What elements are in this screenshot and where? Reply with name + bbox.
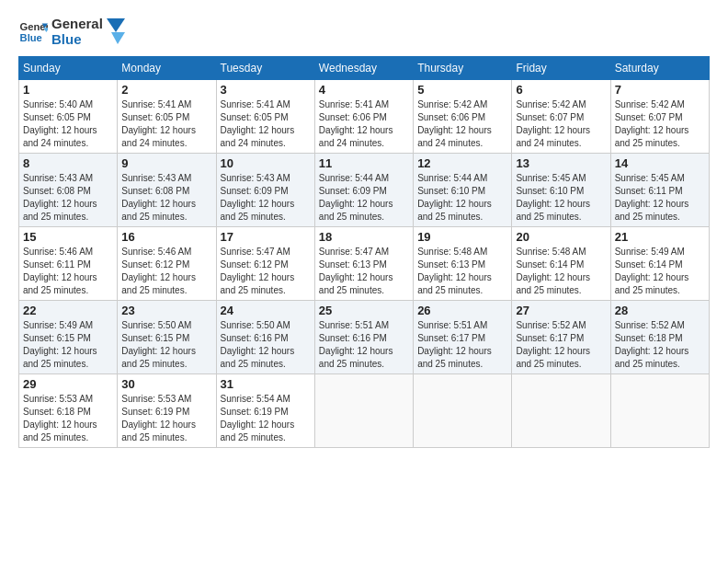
calendar-cell: 12 Sunrise: 5:44 AM Sunset: 6:10 PM Dayl…: [414, 154, 512, 227]
calendar-cell: 6 Sunrise: 5:42 AM Sunset: 6:07 PM Dayli…: [512, 80, 610, 154]
sunset-label: Sunset: 6:14 PM: [516, 259, 584, 270]
day-number: 16: [121, 230, 211, 244]
sunrise-label: Sunrise: 5:52 AM: [516, 320, 586, 330]
logo-blue: Blue: [51, 32, 103, 48]
daylight-label: Daylight: 12 hours and 25 minutes.: [221, 199, 295, 222]
day-info: Sunrise: 5:42 AM Sunset: 6:07 PM Dayligh…: [615, 98, 705, 150]
day-number: 26: [417, 304, 507, 317]
day-info: Sunrise: 5:46 AM Sunset: 6:11 PM Dayligh…: [23, 246, 113, 297]
sunrise-label: Sunrise: 5:42 AM: [615, 99, 685, 109]
sunset-label: Sunset: 6:17 PM: [516, 333, 584, 343]
calendar-cell: [610, 374, 709, 448]
calendar-cell: 24 Sunrise: 5:50 AM Sunset: 6:16 PM Dayl…: [216, 301, 314, 374]
sunset-label: Sunset: 6:09 PM: [319, 186, 387, 196]
calendar-cell: 21 Sunrise: 5:49 AM Sunset: 6:14 PM Dayl…: [610, 227, 709, 301]
calendar-cell: 9 Sunrise: 5:43 AM Sunset: 6:08 PM Dayli…: [118, 154, 216, 227]
sunset-label: Sunset: 6:15 PM: [121, 333, 189, 343]
col-saturday: Saturday: [610, 57, 709, 80]
sunrise-label: Sunrise: 5:54 AM: [221, 394, 290, 404]
sunrise-label: Sunrise: 5:53 AM: [121, 394, 191, 404]
sunset-label: Sunset: 6:14 PM: [615, 259, 683, 270]
calendar-cell: 31 Sunrise: 5:54 AM Sunset: 6:19 PM Dayl…: [216, 374, 314, 448]
day-info: Sunrise: 5:48 AM Sunset: 6:14 PM Dayligh…: [516, 246, 606, 297]
daylight-label: Daylight: 12 hours and 25 minutes.: [121, 419, 196, 442]
daylight-label: Daylight: 12 hours and 24 minutes.: [221, 125, 295, 148]
daylight-label: Daylight: 12 hours and 25 minutes.: [615, 199, 689, 222]
sunset-label: Sunset: 6:16 PM: [319, 333, 387, 343]
daylight-label: Daylight: 12 hours and 25 minutes.: [516, 199, 590, 222]
day-info: Sunrise: 5:52 AM Sunset: 6:17 PM Dayligh…: [516, 319, 606, 371]
day-info: Sunrise: 5:51 AM Sunset: 6:17 PM Dayligh…: [417, 319, 507, 371]
day-info: Sunrise: 5:43 AM Sunset: 6:09 PM Dayligh…: [221, 172, 311, 224]
day-number: 10: [221, 156, 311, 170]
day-info: Sunrise: 5:49 AM Sunset: 6:14 PM Dayligh…: [615, 246, 705, 297]
day-info: Sunrise: 5:45 AM Sunset: 6:11 PM Dayligh…: [615, 172, 705, 224]
day-info: Sunrise: 5:51 AM Sunset: 6:16 PM Dayligh…: [319, 319, 409, 371]
sunrise-label: Sunrise: 5:48 AM: [516, 247, 586, 257]
col-friday: Friday: [512, 57, 610, 80]
calendar-cell: [512, 374, 610, 448]
day-info: Sunrise: 5:42 AM Sunset: 6:07 PM Dayligh…: [516, 98, 606, 150]
sunrise-label: Sunrise: 5:45 AM: [516, 173, 586, 183]
daylight-label: Daylight: 12 hours and 24 minutes.: [417, 125, 492, 148]
sunset-label: Sunset: 6:11 PM: [23, 259, 91, 270]
sunset-label: Sunset: 6:05 PM: [23, 112, 91, 122]
calendar-cell: 27 Sunrise: 5:52 AM Sunset: 6:17 PM Dayl…: [512, 301, 610, 374]
header: General Blue General Blue: [18, 17, 710, 47]
daylight-label: Daylight: 12 hours and 25 minutes.: [23, 272, 97, 295]
day-number: 14: [615, 156, 705, 170]
sunset-label: Sunset: 6:07 PM: [615, 112, 683, 122]
day-info: Sunrise: 5:50 AM Sunset: 6:16 PM Dayligh…: [221, 319, 311, 371]
calendar-cell: 5 Sunrise: 5:42 AM Sunset: 6:06 PM Dayli…: [414, 80, 512, 154]
calendar-cell: 17 Sunrise: 5:47 AM Sunset: 6:12 PM Dayl…: [216, 227, 314, 301]
sunset-label: Sunset: 6:13 PM: [417, 259, 485, 270]
sunset-label: Sunset: 6:18 PM: [615, 333, 683, 343]
daylight-label: Daylight: 12 hours and 25 minutes.: [516, 272, 590, 295]
page: General Blue General Blue Sunday Monday: [0, 0, 728, 457]
col-wednesday: Wednesday: [314, 57, 413, 80]
day-info: Sunrise: 5:43 AM Sunset: 6:08 PM Dayligh…: [121, 172, 211, 224]
sunset-label: Sunset: 6:19 PM: [221, 407, 289, 417]
sunrise-label: Sunrise: 5:49 AM: [23, 320, 93, 330]
day-number: 9: [121, 156, 211, 170]
sunrise-label: Sunrise: 5:47 AM: [221, 247, 290, 257]
sunrise-label: Sunrise: 5:41 AM: [121, 99, 191, 109]
sunset-label: Sunset: 6:11 PM: [615, 186, 683, 196]
day-info: Sunrise: 5:47 AM Sunset: 6:12 PM Dayligh…: [221, 246, 311, 297]
sunrise-label: Sunrise: 5:50 AM: [221, 320, 290, 330]
day-info: Sunrise: 5:41 AM Sunset: 6:05 PM Dayligh…: [121, 98, 211, 150]
sunrise-label: Sunrise: 5:48 AM: [417, 247, 487, 257]
sunset-label: Sunset: 6:12 PM: [121, 259, 189, 270]
sunrise-label: Sunrise: 5:53 AM: [23, 394, 93, 404]
svg-marker-5: [111, 32, 125, 44]
sunrise-label: Sunrise: 5:47 AM: [319, 247, 389, 257]
sunset-label: Sunset: 6:05 PM: [221, 112, 289, 122]
day-info: Sunrise: 5:54 AM Sunset: 6:19 PM Dayligh…: [221, 393, 311, 444]
day-number: 5: [417, 83, 507, 97]
sunset-label: Sunset: 6:06 PM: [319, 112, 387, 122]
day-number: 17: [221, 230, 311, 244]
day-info: Sunrise: 5:46 AM Sunset: 6:12 PM Dayligh…: [121, 246, 211, 297]
sunset-label: Sunset: 6:05 PM: [121, 112, 189, 122]
sunrise-label: Sunrise: 5:49 AM: [615, 247, 685, 257]
day-number: 21: [615, 230, 705, 244]
daylight-label: Daylight: 12 hours and 25 minutes.: [516, 346, 590, 369]
day-info: Sunrise: 5:45 AM Sunset: 6:10 PM Dayligh…: [516, 172, 606, 224]
daylight-label: Daylight: 12 hours and 25 minutes.: [615, 346, 689, 369]
sunrise-label: Sunrise: 5:50 AM: [121, 320, 191, 330]
daylight-label: Daylight: 12 hours and 25 minutes.: [23, 419, 97, 442]
day-info: Sunrise: 5:40 AM Sunset: 6:05 PM Dayligh…: [23, 98, 113, 150]
daylight-label: Daylight: 12 hours and 25 minutes.: [615, 125, 689, 148]
day-number: 22: [23, 304, 113, 317]
sunrise-label: Sunrise: 5:41 AM: [319, 99, 389, 109]
calendar-table: Sunday Monday Tuesday Wednesday Thursday…: [18, 56, 710, 448]
sunrise-label: Sunrise: 5:46 AM: [23, 247, 93, 257]
day-number: 24: [221, 304, 311, 317]
sunrise-label: Sunrise: 5:46 AM: [121, 247, 191, 257]
day-number: 7: [615, 83, 705, 97]
calendar-cell: 7 Sunrise: 5:42 AM Sunset: 6:07 PM Dayli…: [610, 80, 709, 154]
col-thursday: Thursday: [414, 57, 512, 80]
sunset-label: Sunset: 6:09 PM: [221, 186, 289, 196]
logo-icon: General Blue: [18, 17, 48, 47]
calendar-body: 1 Sunrise: 5:40 AM Sunset: 6:05 PM Dayli…: [19, 80, 710, 448]
